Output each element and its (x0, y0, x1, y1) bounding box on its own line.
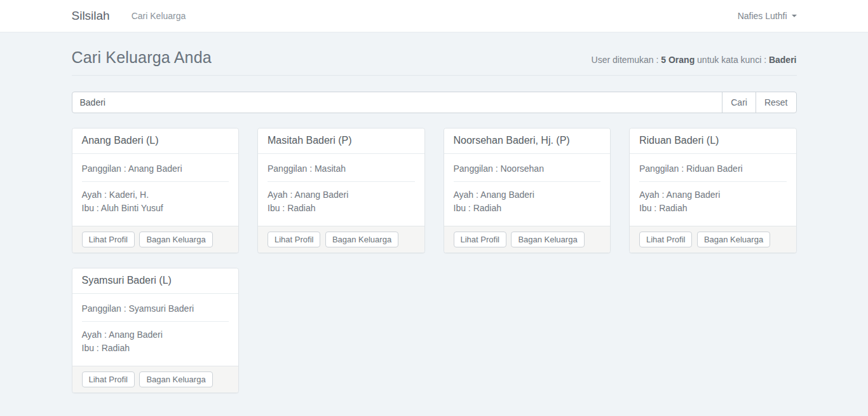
result-keyword: Baderi (769, 55, 797, 65)
nav-item-cari-keluarga[interactable]: Cari Keluarga (132, 11, 186, 21)
person-card-header: Syamsuri Baderi (L) (72, 268, 239, 294)
search-button[interactable]: Cari (722, 92, 756, 113)
person-name: Riduan Baderi (L) (639, 135, 719, 146)
view-profile-button[interactable]: Lihat Profil (268, 232, 320, 247)
family-chart-button[interactable]: Bagan Keluarga (511, 232, 584, 247)
person-nickname: Panggilan : Noorsehan (454, 162, 601, 176)
result-summary: User ditemukan : 5 Orang untuk kata kunc… (592, 55, 797, 65)
person-card: Anang Baderi (L) Panggilan : Anang Bader… (72, 128, 240, 253)
person-card-footer: Lihat Profil Bagan Keluarga (258, 226, 424, 253)
person-mother: Ibu : Aluh Binti Yusuf (82, 202, 229, 215)
reset-button[interactable]: Reset (756, 92, 797, 113)
person-name: Anang Baderi (L) (82, 135, 159, 146)
person-card-body: Panggilan : Noorsehan Ayah : Anang Bader… (444, 154, 611, 226)
view-profile-button[interactable]: Lihat Profil (639, 232, 692, 247)
person-card: Masitah Baderi (P) Panggilan : Masitah A… (257, 128, 425, 253)
divider (82, 321, 229, 322)
navbar: Silsilah Cari Keluarga Nafies Luthfi (0, 0, 868, 32)
person-father: Ayah : Anang Baderi (82, 328, 229, 342)
person-card: Syamsuri Baderi (L) Panggilan : Syamsuri… (72, 268, 240, 393)
person-card-footer: Lihat Profil Bagan Keluarga (630, 226, 796, 253)
person-nickname: Panggilan : Riduan Baderi (639, 162, 787, 176)
chevron-down-icon (792, 15, 797, 17)
family-chart-button[interactable]: Bagan Keluarga (697, 232, 770, 247)
main-content: Cari Keluarga Anda User ditemukan : 5 Or… (72, 32, 797, 393)
search-form: Cari Reset (72, 92, 797, 113)
person-card: Riduan Baderi (L) Panggilan : Riduan Bad… (629, 128, 797, 253)
view-profile-button[interactable]: Lihat Profil (82, 232, 135, 247)
brand-link[interactable]: Silsilah (72, 9, 110, 23)
divider (639, 181, 787, 182)
person-name: Noorsehan Baderi, Hj. (P) (454, 135, 570, 146)
result-prefix: User ditemukan : (592, 55, 661, 65)
person-card-footer: Lihat Profil Bagan Keluarga (72, 366, 239, 392)
user-menu[interactable]: Nafies Luthfi (738, 11, 797, 21)
result-middle: untuk kata kunci : (695, 55, 769, 65)
view-profile-button[interactable]: Lihat Profil (82, 371, 135, 387)
person-nickname: Panggilan : Masitah (268, 162, 415, 176)
family-chart-button[interactable]: Bagan Keluarga (325, 232, 398, 247)
person-card-header: Noorsehan Baderi, Hj. (P) (444, 128, 611, 154)
person-card-header: Masitah Baderi (P) (258, 128, 424, 154)
person-nickname: Panggilan : Syamsuri Baderi (82, 302, 229, 315)
person-father: Ayah : Anang Baderi (454, 188, 601, 202)
result-count: 5 Orang (661, 55, 695, 65)
person-card: Noorsehan Baderi, Hj. (P) Panggilan : No… (444, 128, 611, 253)
person-father: Ayah : Anang Baderi (639, 188, 787, 202)
page-title: Cari Keluarga Anda (72, 48, 212, 67)
divider (454, 181, 601, 182)
family-chart-button[interactable]: Bagan Keluarga (139, 232, 212, 247)
page-header: Cari Keluarga Anda User ditemukan : 5 Or… (72, 32, 797, 76)
person-father: Ayah : Kaderi, H. (82, 188, 229, 202)
user-name: Nafies Luthfi (738, 11, 787, 21)
person-card-body: Panggilan : Masitah Ayah : Anang Baderi … (258, 154, 424, 226)
family-chart-button[interactable]: Bagan Keluarga (139, 371, 212, 387)
person-card-header: Anang Baderi (L) (72, 128, 239, 154)
person-mother: Ibu : Radiah (82, 342, 229, 355)
results-grid: Anang Baderi (L) Panggilan : Anang Bader… (72, 128, 797, 393)
divider (82, 181, 229, 182)
person-mother: Ibu : Radiah (268, 202, 415, 215)
person-card-body: Panggilan : Anang Baderi Ayah : Kaderi, … (72, 154, 239, 226)
view-profile-button[interactable]: Lihat Profil (454, 232, 506, 247)
person-mother: Ibu : Radiah (454, 202, 601, 215)
person-mother: Ibu : Radiah (639, 202, 787, 215)
divider (268, 181, 415, 182)
person-card-header: Riduan Baderi (L) (630, 128, 796, 154)
person-name: Syamsuri Baderi (L) (82, 275, 172, 286)
person-father: Ayah : Anang Baderi (268, 188, 415, 202)
person-nickname: Panggilan : Anang Baderi (82, 162, 229, 176)
person-card-footer: Lihat Profil Bagan Keluarga (444, 226, 611, 253)
person-name: Masitah Baderi (P) (268, 135, 352, 146)
person-card-body: Panggilan : Riduan Baderi Ayah : Anang B… (630, 154, 796, 226)
person-card-body: Panggilan : Syamsuri Baderi Ayah : Anang… (72, 294, 239, 366)
search-input[interactable] (72, 92, 723, 113)
person-card-footer: Lihat Profil Bagan Keluarga (72, 226, 239, 253)
